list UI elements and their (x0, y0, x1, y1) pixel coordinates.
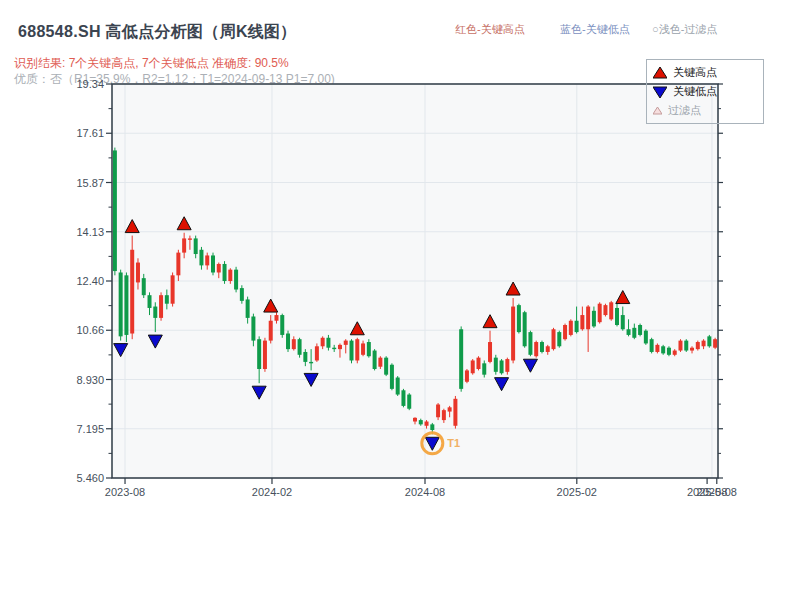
candle-up (321, 338, 325, 347)
candle-down (540, 342, 544, 352)
candle-up (655, 345, 659, 352)
candle-down (644, 331, 648, 344)
candle-down (638, 325, 642, 335)
x-tick-label: 2024-02 (252, 486, 292, 498)
candle-up (453, 399, 457, 426)
candle-up (609, 302, 613, 319)
candle-up (471, 360, 475, 373)
x-tick-label: 2024-08 (405, 486, 445, 498)
candle-down (407, 395, 411, 409)
candle-up (696, 342, 700, 349)
candle-down (396, 378, 400, 395)
y-tick-label: 17.61 (44, 127, 104, 139)
candle-up (228, 270, 232, 281)
candle-up (713, 339, 717, 348)
candle-up (436, 404, 440, 417)
legend-item: 关键低点 (653, 82, 757, 101)
candle-down (592, 311, 596, 327)
chart-legend: 关键高点关键低点过滤点 (646, 59, 764, 124)
candle-up (488, 342, 492, 362)
candle-down (234, 270, 238, 290)
candle-down (251, 316, 255, 340)
candle-down (367, 342, 371, 356)
candle-down (199, 250, 203, 266)
candle-down (632, 328, 636, 338)
candle-down (557, 332, 561, 346)
filter-point-legend-icon (653, 107, 662, 115)
candle-up (130, 250, 134, 334)
y-tick-label: 7.195 (44, 423, 104, 435)
legend-item-label: 关键低点 (673, 84, 717, 99)
top-legend-filter: ○浅色-过滤点 (652, 22, 717, 37)
legend-item-label: 过滤点 (668, 103, 701, 118)
candle-up (448, 407, 452, 411)
candle-down (211, 255, 215, 272)
candle-up (182, 238, 186, 252)
candle-down (298, 339, 302, 355)
candle-down (615, 308, 619, 325)
candle-down (482, 363, 486, 374)
annotation-label: T1 (447, 437, 460, 449)
candle-down (373, 351, 377, 369)
candle-up (269, 321, 273, 341)
candle-down (650, 339, 654, 352)
candle-up (465, 370, 469, 381)
candle-down (148, 295, 152, 308)
top-legend-key-low: 蓝色-关键低点 (560, 22, 630, 37)
candle-up (505, 359, 509, 372)
candle-up (338, 345, 342, 349)
candle-up (292, 339, 296, 349)
y-tick-label: 12.40 (44, 275, 104, 287)
candle-down (350, 341, 354, 361)
candle-up (315, 346, 319, 360)
candle-down (575, 321, 579, 332)
candle-up (355, 339, 359, 360)
candle-down (667, 348, 671, 355)
candle-up (188, 238, 192, 239)
key-high-legend-icon (653, 67, 667, 79)
candle-up (673, 351, 677, 355)
candle-up (378, 358, 382, 367)
candle-down (286, 334, 290, 350)
candle-down (124, 275, 128, 335)
candlestick-chart: T1 (112, 84, 718, 478)
y-tick-label: 8.930 (44, 374, 104, 386)
candle-down (661, 346, 665, 353)
recognition-result-line: 识别结果: 7个关键高点, 7个关键低点 准确度: 90.5% (14, 55, 289, 72)
candle-up (511, 307, 515, 361)
candle-down (430, 424, 434, 430)
candle-up (552, 329, 556, 349)
candle-up (476, 358, 480, 369)
candle-down (707, 336, 711, 346)
candle-up (563, 325, 567, 339)
candle-up (546, 346, 550, 352)
candle-up (690, 348, 694, 351)
candle-up (580, 315, 584, 329)
candle-up (413, 418, 417, 422)
candle-down (142, 278, 146, 295)
candle-up (442, 410, 446, 420)
candle-up (263, 341, 267, 369)
candle-down (528, 332, 532, 355)
candle-up (678, 341, 682, 351)
legend-item-label: 关键高点 (673, 65, 717, 80)
candle-down (523, 312, 527, 346)
candle-down (257, 339, 261, 369)
x-tick-label: 2023-08 (105, 486, 145, 498)
candle-down (326, 338, 330, 348)
legend-item: 过滤点 (653, 101, 757, 120)
figure: 688548.SH 高低点分析图（周K线图） 识别结果: 7个关键高点, 7个关… (0, 0, 800, 600)
x-tick-label: 2025-08 (697, 486, 737, 498)
candle-down (494, 358, 498, 372)
candle-down (401, 390, 405, 406)
candle-down (194, 238, 198, 254)
candle-down (309, 362, 313, 363)
candle-up (361, 343, 365, 354)
candle-up (176, 253, 180, 276)
candle-up (569, 321, 573, 335)
candle-down (223, 264, 227, 281)
candle-down (119, 272, 123, 336)
candle-down (621, 315, 625, 329)
candle-up (598, 304, 602, 322)
candle-up (586, 307, 590, 330)
